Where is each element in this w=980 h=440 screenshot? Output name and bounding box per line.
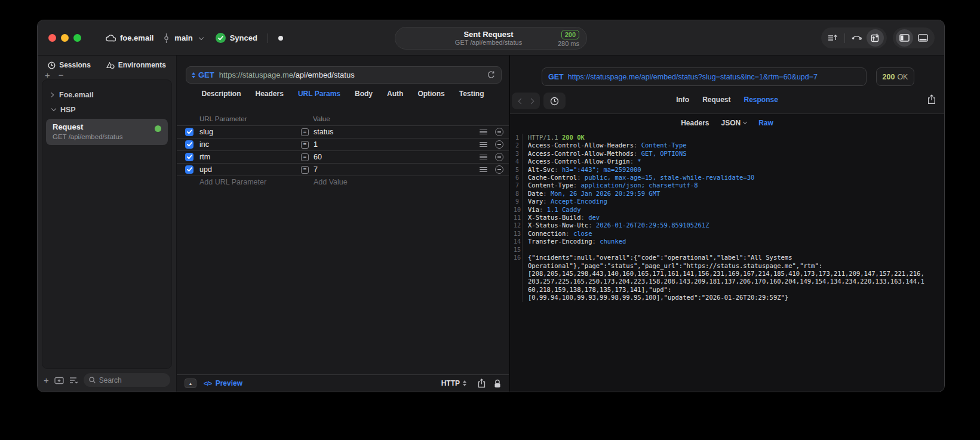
request-url-bar[interactable]: GET https://statuspage.me /api/embed/sta… <box>186 66 502 84</box>
drag-handle-icon[interactable] <box>480 167 487 173</box>
line-number: 2 <box>514 141 523 149</box>
response-tab-request[interactable]: Request <box>702 96 730 104</box>
param-enabled-checkbox[interactable] <box>185 128 193 136</box>
share-icon[interactable] <box>478 379 486 388</box>
request-editor-tabs: DescriptionHeadersURL ParamsBodyAuthOpti… <box>177 90 509 98</box>
tab-sessions[interactable]: Sessions <box>48 61 91 69</box>
titlebar-toolbar <box>821 27 935 48</box>
header-name: Transfer-Encoding <box>528 238 592 245</box>
header-colon: : <box>543 198 551 205</box>
drag-handle-icon[interactable] <box>480 155 487 160</box>
request-item-title: Request <box>53 122 161 132</box>
lock-icon[interactable] <box>494 379 501 388</box>
tab-environments[interactable]: Environments <box>106 61 166 69</box>
line-number: 16 <box>514 254 523 261</box>
collapse-panel-button[interactable]: ▲ <box>185 379 196 388</box>
response-tabs: InfoRequestResponse <box>510 96 944 104</box>
project-name[interactable]: foe.email <box>120 33 153 42</box>
preview-button[interactable]: </> Preview <box>204 379 242 387</box>
import-export-button[interactable] <box>867 29 884 47</box>
add-param-placeholder[interactable]: Add URL Parameter <box>199 178 266 186</box>
tree-group-foe-email[interactable]: Foe.email <box>42 87 171 102</box>
export-response-button[interactable] <box>927 94 936 104</box>
line-content: X-Status-Now-Utc: 2026-01-26T20:29:59.85… <box>523 221 709 229</box>
add-value-placeholder[interactable]: Add Value <box>314 178 348 186</box>
response-url-box[interactable]: GET https://statuspage.me/api/embed/stat… <box>542 67 867 86</box>
search-input[interactable] <box>99 376 165 384</box>
sort-list-button[interactable] <box>69 377 78 384</box>
param-enabled-checkbox[interactable] <box>185 165 193 174</box>
param-value[interactable]: status <box>314 128 333 136</box>
branch-chevron-down-icon[interactable] <box>198 35 203 39</box>
param-value[interactable]: 60 <box>314 153 322 161</box>
clock-icon <box>48 61 56 69</box>
param-row[interactable]: slug=status <box>177 125 509 138</box>
param-name[interactable]: upd <box>199 165 212 174</box>
toggle-left-panel-button[interactable] <box>896 29 913 47</box>
header-value: 1.1 Caddy <box>547 206 581 213</box>
line-number: 13 <box>514 230 523 238</box>
response-subtab-headers[interactable]: Headers <box>681 119 709 127</box>
editor-tab-description[interactable]: Description <box>202 90 241 98</box>
param-enabled-checkbox[interactable] <box>185 153 193 161</box>
header-colon: : <box>539 206 547 213</box>
editor-tab-url-params[interactable]: URL Params <box>298 90 340 98</box>
param-enabled-checkbox[interactable] <box>185 140 193 149</box>
toggle-bottom-panel-button[interactable] <box>914 29 932 47</box>
editor-tab-testing[interactable]: Testing <box>459 90 484 98</box>
param-name[interactable]: slug <box>199 128 213 136</box>
sync-branches-button[interactable] <box>848 29 865 47</box>
panel-toggle-group <box>893 27 935 48</box>
request-list-item-selected[interactable]: Request GET /api/embed/status <box>46 119 168 145</box>
titlebar-divider <box>268 33 268 43</box>
sync-status-label: Synced <box>230 33 257 42</box>
add-param-row[interactable]: Add URL Parameter Add Value <box>177 176 509 188</box>
param-row[interactable]: inc=1 <box>177 138 509 150</box>
zoom-window-button[interactable] <box>73 34 81 42</box>
response-tab-response[interactable]: Response <box>744 96 778 104</box>
add-item-button[interactable]: + <box>45 71 50 79</box>
close-window-button[interactable] <box>48 34 56 42</box>
resend-request-icon[interactable] <box>487 70 496 79</box>
tree-group-hsp[interactable]: HSP <box>42 102 171 117</box>
editor-tab-options[interactable]: Options <box>417 90 444 98</box>
request-url-host[interactable]: https://statuspage.me <box>219 70 293 79</box>
new-group-button[interactable] <box>54 376 64 384</box>
response-subtab-raw[interactable]: Raw <box>758 119 773 127</box>
response-subtab-json[interactable]: JSON <box>721 119 747 127</box>
param-value[interactable]: 1 <box>314 140 318 149</box>
response-tab-info[interactable]: Info <box>676 96 689 104</box>
response-toolbar: InfoRequestResponse <box>510 93 944 109</box>
param-row[interactable]: rtm=60 <box>177 150 509 163</box>
remove-param-icon[interactable] <box>495 165 503 174</box>
header-value: application/json; charset=utf-8 <box>581 181 698 189</box>
param-name[interactable]: rtm <box>199 153 210 161</box>
minimize-window-button[interactable] <box>61 34 69 42</box>
response-line: [208,205,145,298,443,140,160,165,171,161… <box>514 270 941 278</box>
header-colon: : <box>581 214 589 221</box>
drag-handle-icon[interactable] <box>480 142 487 147</box>
request-method[interactable]: GET <box>198 70 214 79</box>
branch-icon <box>164 33 169 43</box>
response-line: 203,257,225,165,250,173,204,223,158,208,… <box>514 278 941 285</box>
sent-request-pill[interactable]: Sent Request GET /api/embed/status 200 2… <box>395 27 587 50</box>
drag-handle-icon[interactable] <box>480 130 487 135</box>
method-stepper-icon[interactable] <box>192 72 195 78</box>
remove-param-icon[interactable] <box>495 128 503 136</box>
remove-item-button[interactable]: − <box>59 71 64 79</box>
header-colon: : <box>592 238 600 245</box>
branch-name[interactable]: main <box>174 33 192 42</box>
param-name[interactable]: inc <box>199 140 209 149</box>
protocol-selector[interactable]: HTTP <box>441 379 469 387</box>
editor-tab-body[interactable]: Body <box>355 90 373 98</box>
remove-param-icon[interactable] <box>495 140 503 149</box>
remove-param-icon[interactable] <box>495 153 503 161</box>
new-request-button[interactable]: + <box>44 377 49 384</box>
request-list-export-button[interactable] <box>824 29 841 47</box>
param-value[interactable]: 7 <box>314 165 318 174</box>
editor-tab-headers[interactable]: Headers <box>256 90 284 98</box>
response-raw-output[interactable]: 1HTTP/1.1 200 OK2Access-Control-Allow-He… <box>514 134 941 302</box>
param-row[interactable]: upd=7 <box>177 163 509 176</box>
request-url-path[interactable]: /api/embed/status <box>293 70 355 79</box>
editor-tab-auth[interactable]: Auth <box>387 90 403 98</box>
